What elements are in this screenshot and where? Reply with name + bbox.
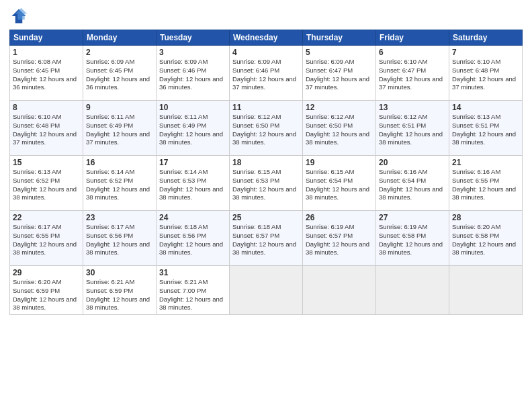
calendar-cell: 18 Sunrise: 6:15 AM Sunset: 6:53 PM Dayl… xyxy=(230,156,303,211)
calendar-cell: 12 Sunrise: 6:12 AM Sunset: 6:50 PM Dayl… xyxy=(303,101,376,156)
day-info: Sunrise: 6:08 AM Sunset: 6:45 PM Dayligh… xyxy=(13,58,80,92)
day-number: 15 xyxy=(13,158,80,167)
weekday-header-wednesday: Wednesday xyxy=(230,30,303,46)
day-number: 31 xyxy=(159,268,226,277)
day-info: Sunrise: 6:13 AM Sunset: 6:52 PM Dayligh… xyxy=(13,168,80,202)
calendar-cell: 8 Sunrise: 6:10 AM Sunset: 6:48 PM Dayli… xyxy=(10,101,83,156)
weekday-header-tuesday: Tuesday xyxy=(157,30,230,46)
day-number: 26 xyxy=(306,213,373,222)
calendar-week-2: 8 Sunrise: 6:10 AM Sunset: 6:48 PM Dayli… xyxy=(10,101,523,156)
day-info: Sunrise: 6:17 AM Sunset: 6:55 PM Dayligh… xyxy=(13,223,80,257)
day-info: Sunrise: 6:10 AM Sunset: 6:48 PM Dayligh… xyxy=(13,113,80,147)
calendar: SundayMondayTuesdayWednesdayThursdayFrid… xyxy=(9,30,523,315)
day-number: 24 xyxy=(159,213,226,222)
calendar-cell xyxy=(449,266,523,315)
day-info: Sunrise: 6:18 AM Sunset: 6:56 PM Dayligh… xyxy=(159,223,226,257)
logo xyxy=(9,7,31,26)
calendar-cell: 14 Sunrise: 6:13 AM Sunset: 6:51 PM Dayl… xyxy=(449,101,523,156)
calendar-cell: 7 Sunrise: 6:10 AM Sunset: 6:48 PM Dayli… xyxy=(449,46,523,101)
calendar-week-4: 22 Sunrise: 6:17 AM Sunset: 6:55 PM Dayl… xyxy=(10,211,523,266)
day-number: 16 xyxy=(86,158,153,167)
day-info: Sunrise: 6:17 AM Sunset: 6:56 PM Dayligh… xyxy=(86,223,153,257)
calendar-cell: 19 Sunrise: 6:15 AM Sunset: 6:54 PM Dayl… xyxy=(303,156,376,211)
day-info: Sunrise: 6:20 AM Sunset: 6:59 PM Dayligh… xyxy=(13,278,80,312)
calendar-cell: 13 Sunrise: 6:12 AM Sunset: 6:51 PM Dayl… xyxy=(376,101,449,156)
day-number: 10 xyxy=(159,103,226,112)
calendar-cell: 22 Sunrise: 6:17 AM Sunset: 6:55 PM Dayl… xyxy=(10,211,83,266)
calendar-cell: 27 Sunrise: 6:19 AM Sunset: 6:58 PM Dayl… xyxy=(376,211,449,266)
calendar-cell: 17 Sunrise: 6:14 AM Sunset: 6:53 PM Dayl… xyxy=(157,156,230,211)
day-number: 30 xyxy=(86,268,153,277)
day-info: Sunrise: 6:11 AM Sunset: 6:49 PM Dayligh… xyxy=(159,113,226,147)
calendar-cell: 5 Sunrise: 6:09 AM Sunset: 6:47 PM Dayli… xyxy=(303,46,376,101)
weekday-header-sunday: Sunday xyxy=(10,30,83,46)
day-info: Sunrise: 6:16 AM Sunset: 6:54 PM Dayligh… xyxy=(379,168,446,202)
day-number: 3 xyxy=(159,48,226,57)
day-number: 12 xyxy=(306,103,373,112)
day-number: 1 xyxy=(13,48,80,57)
day-info: Sunrise: 6:11 AM Sunset: 6:49 PM Dayligh… xyxy=(86,113,153,147)
logo-icon xyxy=(9,7,28,26)
day-info: Sunrise: 6:13 AM Sunset: 6:51 PM Dayligh… xyxy=(452,113,519,147)
day-info: Sunrise: 6:16 AM Sunset: 6:55 PM Dayligh… xyxy=(452,168,519,202)
calendar-cell: 29 Sunrise: 6:20 AM Sunset: 6:59 PM Dayl… xyxy=(10,266,83,315)
day-info: Sunrise: 6:09 AM Sunset: 6:46 PM Dayligh… xyxy=(159,58,226,92)
calendar-cell: 15 Sunrise: 6:13 AM Sunset: 6:52 PM Dayl… xyxy=(10,156,83,211)
calendar-cell: 23 Sunrise: 6:17 AM Sunset: 6:56 PM Dayl… xyxy=(83,211,157,266)
day-number: 14 xyxy=(452,103,519,112)
day-number: 17 xyxy=(159,158,226,167)
calendar-cell: 11 Sunrise: 6:12 AM Sunset: 6:50 PM Dayl… xyxy=(230,101,303,156)
weekday-header-thursday: Thursday xyxy=(303,30,376,46)
day-number: 20 xyxy=(379,158,446,167)
day-number: 2 xyxy=(86,48,153,57)
day-info: Sunrise: 6:15 AM Sunset: 6:53 PM Dayligh… xyxy=(232,168,300,202)
day-info: Sunrise: 6:19 AM Sunset: 6:58 PM Dayligh… xyxy=(379,223,446,257)
day-number: 21 xyxy=(452,158,519,167)
day-number: 27 xyxy=(379,213,446,222)
calendar-cell: 2 Sunrise: 6:09 AM Sunset: 6:45 PM Dayli… xyxy=(83,46,157,101)
day-number: 6 xyxy=(379,48,446,57)
day-number: 5 xyxy=(306,48,373,57)
day-info: Sunrise: 6:09 AM Sunset: 6:45 PM Dayligh… xyxy=(86,58,153,92)
weekday-header-monday: Monday xyxy=(83,30,157,46)
day-number: 8 xyxy=(13,103,80,112)
calendar-cell xyxy=(303,266,376,315)
calendar-cell xyxy=(376,266,449,315)
day-number: 13 xyxy=(379,103,446,112)
calendar-cell xyxy=(230,266,303,315)
page: SundayMondayTuesdayWednesdayThursdayFrid… xyxy=(0,0,532,411)
header xyxy=(9,7,523,26)
day-number: 4 xyxy=(232,48,300,57)
calendar-body: 1 Sunrise: 6:08 AM Sunset: 6:45 PM Dayli… xyxy=(10,46,523,315)
day-info: Sunrise: 6:10 AM Sunset: 6:48 PM Dayligh… xyxy=(452,58,519,92)
weekday-header-saturday: Saturday xyxy=(449,30,523,46)
day-info: Sunrise: 6:21 AM Sunset: 7:00 PM Dayligh… xyxy=(159,278,226,312)
day-info: Sunrise: 6:12 AM Sunset: 6:51 PM Dayligh… xyxy=(379,113,446,147)
day-number: 28 xyxy=(452,213,519,222)
day-info: Sunrise: 6:10 AM Sunset: 6:47 PM Dayligh… xyxy=(379,58,446,92)
calendar-cell: 6 Sunrise: 6:10 AM Sunset: 6:47 PM Dayli… xyxy=(376,46,449,101)
day-info: Sunrise: 6:12 AM Sunset: 6:50 PM Dayligh… xyxy=(232,113,300,147)
calendar-cell: 30 Sunrise: 6:21 AM Sunset: 6:59 PM Dayl… xyxy=(83,266,157,315)
calendar-week-1: 1 Sunrise: 6:08 AM Sunset: 6:45 PM Dayli… xyxy=(10,46,523,101)
calendar-cell: 10 Sunrise: 6:11 AM Sunset: 6:49 PM Dayl… xyxy=(157,101,230,156)
day-number: 7 xyxy=(452,48,519,57)
weekday-header-row: SundayMondayTuesdayWednesdayThursdayFrid… xyxy=(10,30,523,46)
day-info: Sunrise: 6:21 AM Sunset: 6:59 PM Dayligh… xyxy=(86,278,153,312)
weekday-header-friday: Friday xyxy=(376,30,449,46)
day-number: 23 xyxy=(86,213,153,222)
day-number: 18 xyxy=(232,158,300,167)
day-info: Sunrise: 6:09 AM Sunset: 6:46 PM Dayligh… xyxy=(232,58,300,92)
day-info: Sunrise: 6:15 AM Sunset: 6:54 PM Dayligh… xyxy=(306,168,373,202)
calendar-week-3: 15 Sunrise: 6:13 AM Sunset: 6:52 PM Dayl… xyxy=(10,156,523,211)
day-info: Sunrise: 6:14 AM Sunset: 6:53 PM Dayligh… xyxy=(159,168,226,202)
calendar-cell: 24 Sunrise: 6:18 AM Sunset: 6:56 PM Dayl… xyxy=(157,211,230,266)
day-number: 22 xyxy=(13,213,80,222)
day-info: Sunrise: 6:09 AM Sunset: 6:47 PM Dayligh… xyxy=(306,58,373,92)
calendar-cell: 26 Sunrise: 6:19 AM Sunset: 6:57 PM Dayl… xyxy=(303,211,376,266)
calendar-cell: 21 Sunrise: 6:16 AM Sunset: 6:55 PM Dayl… xyxy=(449,156,523,211)
calendar-cell: 25 Sunrise: 6:18 AM Sunset: 6:57 PM Dayl… xyxy=(230,211,303,266)
day-info: Sunrise: 6:18 AM Sunset: 6:57 PM Dayligh… xyxy=(232,223,300,257)
day-number: 11 xyxy=(232,103,300,112)
calendar-cell: 20 Sunrise: 6:16 AM Sunset: 6:54 PM Dayl… xyxy=(376,156,449,211)
